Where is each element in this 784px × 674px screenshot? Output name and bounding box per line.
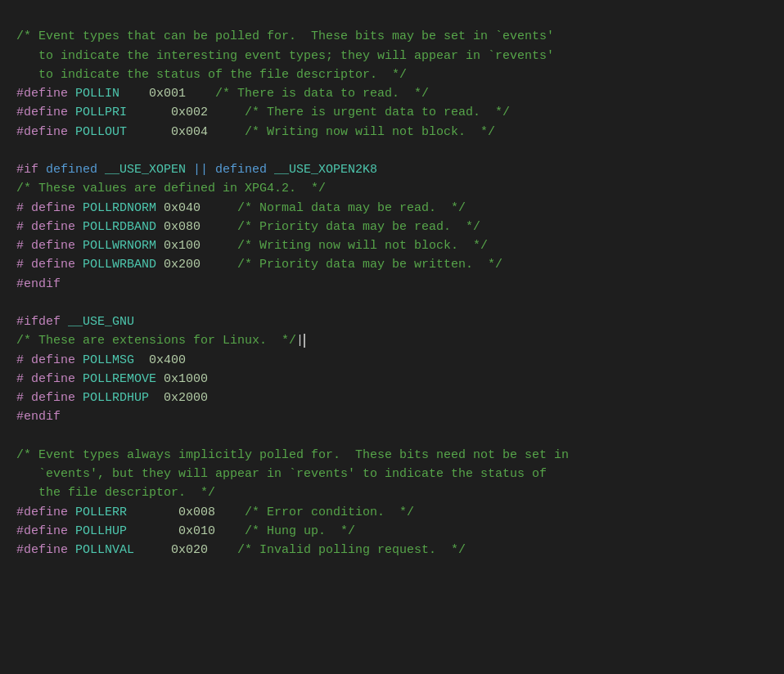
keyword: # define — [16, 372, 83, 386]
macro: __USE_XOPEN2K8 — [274, 163, 377, 177]
value: 0x2000 — [164, 391, 208, 405]
line-25: the file descriptor. */ — [16, 486, 215, 500]
value: 0x020 — [171, 543, 208, 557]
line-13: # define POLLWRBAND 0x200 /* Priority da… — [16, 258, 502, 272]
comment: /* Hung up. */ — [215, 524, 355, 538]
line-8: #if defined __USE_XOPEN || defined __USE… — [16, 163, 377, 177]
macro: POLLOUT — [75, 125, 127, 139]
keyword: # define — [16, 239, 83, 253]
comment: /* Writing now will not block. */ — [201, 239, 488, 253]
line-21: #endif — [16, 410, 61, 424]
line-17: /* These are extensions for Linux. */| — [16, 334, 305, 348]
line-27: #define POLLHUP 0x010 /* Hung up. */ — [16, 524, 355, 538]
comment: /* These values are defined in XPG4.2. *… — [16, 182, 326, 195]
keyword: # define — [16, 353, 83, 367]
keyword: #if — [16, 163, 46, 177]
line-23: /* Event types always implicitly polled … — [16, 448, 569, 462]
macro: POLLERR — [75, 506, 127, 519]
condition: || — [186, 163, 215, 177]
line-5: #define POLLPRI 0x002 /* There is urgent… — [16, 106, 510, 119]
line-20: # define POLLRDHUP 0x2000 — [16, 391, 208, 405]
value: 0x002 — [171, 106, 208, 119]
comment: /* Priority data may be read. */ — [201, 220, 480, 234]
comment: to indicate the status of the file descr… — [16, 68, 407, 82]
condition: defined — [215, 163, 274, 177]
cursor: | — [296, 334, 305, 348]
value: 0x010 — [178, 524, 215, 538]
line-14: #endif — [16, 277, 61, 291]
keyword: # define — [16, 220, 83, 234]
value: 0x004 — [171, 125, 208, 139]
comment: /* Normal data may be read. */ — [201, 201, 466, 215]
line-6: #define POLLOUT 0x004 /* Writing now wil… — [16, 125, 495, 139]
macro: POLLMSG — [83, 353, 134, 367]
comment: /* Error condition. */ — [215, 506, 414, 519]
comment: /* Writing now will not block. */ — [208, 125, 495, 139]
line-24: `events', but they will appear in `reven… — [16, 467, 547, 481]
comment: the file descriptor. */ — [16, 486, 215, 500]
line-16: #ifdef __USE_GNU — [16, 315, 134, 329]
macro: POLLWRBAND — [83, 258, 156, 272]
macro: POLLRDNORM — [83, 201, 156, 215]
macro: POLLRDBAND — [83, 220, 156, 234]
keyword: #define — [16, 125, 75, 139]
line-4: #define POLLIN 0x001 /* There is data to… — [16, 87, 429, 101]
macro: POLLHUP — [75, 524, 127, 538]
macro: __USE_GNU — [68, 315, 134, 329]
keyword: #endif — [16, 410, 61, 424]
value: 0x008 — [178, 506, 215, 519]
line-10: # define POLLRDNORM 0x040 /* Normal data… — [16, 201, 466, 215]
macro: POLLRDHUP — [83, 391, 149, 405]
value: 0x400 — [149, 353, 186, 367]
keyword: # define — [16, 391, 83, 405]
line-26: #define POLLERR 0x008 /* Error condition… — [16, 506, 414, 519]
macro: POLLIN — [75, 87, 119, 101]
line-19: # define POLLREMOVE 0x1000 — [16, 372, 208, 386]
code-editor: /* Event types that can be polled for. T… — [16, 8, 784, 674]
line-28: #define POLLNVAL 0x020 /* Invalid pollin… — [16, 543, 466, 557]
comment: to indicate the interesting event types;… — [16, 49, 554, 63]
comment: /* There is data to read. */ — [186, 87, 429, 101]
keyword: # define — [16, 258, 83, 272]
value: 0x100 — [164, 239, 201, 253]
line-2: to indicate the interesting event types;… — [16, 49, 554, 63]
comment: /* Invalid polling request. */ — [208, 543, 466, 557]
line-3: to indicate the status of the file descr… — [16, 68, 407, 82]
keyword: # define — [16, 201, 83, 215]
macro: POLLWRNORM — [83, 239, 156, 253]
keyword: #define — [16, 106, 75, 119]
line-11: # define POLLRDBAND 0x080 /* Priority da… — [16, 220, 480, 234]
keyword: #define — [16, 87, 75, 101]
condition: defined — [46, 163, 105, 177]
comment: /* These are extensions for Linux. */ — [16, 334, 296, 348]
line-18: # define POLLMSG 0x400 — [16, 353, 186, 367]
value: 0x040 — [164, 201, 201, 215]
keyword: #ifdef — [16, 315, 68, 329]
line-12: # define POLLWRNORM 0x100 /* Writing now… — [16, 239, 488, 253]
comment: /* Event types that can be polled for. T… — [16, 29, 554, 43]
comment: /* Event types always implicitly polled … — [16, 448, 569, 462]
keyword: #endif — [16, 277, 61, 291]
keyword: #define — [16, 543, 75, 557]
comment: `events', but they will appear in `reven… — [16, 467, 547, 481]
value: 0x080 — [164, 220, 201, 234]
macro: POLLNVAL — [75, 543, 134, 557]
value: 0x1000 — [164, 372, 208, 386]
comment: /* There is urgent data to read. */ — [208, 106, 510, 119]
line-1: /* Event types that can be polled for. T… — [16, 29, 554, 43]
macro: POLLREMOVE — [83, 372, 156, 386]
value: 0x200 — [164, 258, 201, 272]
line-9: /* These values are defined in XPG4.2. *… — [16, 182, 326, 195]
macro: POLLPRI — [75, 106, 127, 119]
value: 0x001 — [149, 87, 186, 101]
comment: /* Priority data may be written. */ — [201, 258, 502, 272]
keyword: #define — [16, 524, 75, 538]
keyword: #define — [16, 506, 75, 519]
macro: __USE_XOPEN — [105, 163, 186, 177]
